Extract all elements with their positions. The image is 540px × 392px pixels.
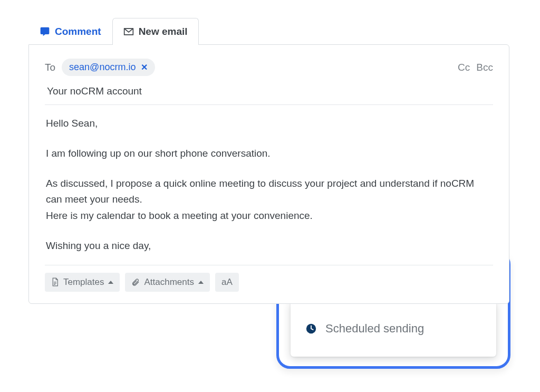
email-body[interactable]: Hello Sean, I am following up on our sho…	[45, 105, 493, 257]
caret-up-icon	[108, 281, 113, 284]
tab-comment-label: Comment	[55, 26, 101, 37]
clock-icon	[305, 323, 317, 334]
bcc-button[interactable]: Bcc	[476, 62, 493, 73]
cc-button[interactable]: Cc	[458, 62, 470, 73]
body-signoff: Wishing you a nice day,	[46, 238, 492, 254]
to-label: To	[45, 62, 55, 73]
recipient-email: sean@nocrm.io	[69, 62, 136, 73]
attachments-label: Attachments	[144, 277, 194, 288]
remove-recipient-icon[interactable]: ✕	[141, 62, 148, 72]
envelope-icon	[123, 26, 134, 37]
body-line-2: As discussed, I propose a quick online m…	[46, 176, 492, 208]
compose-panel: To sean@nocrm.io ✕ Cc Bcc Hello Sean, I …	[28, 44, 509, 304]
tab-new-email-label: New email	[139, 26, 188, 37]
email-composer: Comment New email To sean@nocrm.io ✕ Cc …	[28, 18, 509, 304]
paperclip-icon	[131, 278, 140, 286]
to-row: To sean@nocrm.io ✕ Cc Bcc	[45, 59, 493, 76]
templates-label: Templates	[63, 277, 104, 288]
document-icon	[51, 278, 59, 286]
scheduled-sending-item[interactable]: Scheduled sending	[303, 314, 484, 343]
caret-up-icon	[198, 281, 204, 284]
compose-toolbar: Templates Attachments aA	[45, 273, 493, 292]
tabs: Comment New email	[28, 18, 509, 45]
tab-new-email[interactable]: New email	[112, 18, 199, 45]
scheduled-sending-label: Scheduled sending	[325, 322, 424, 336]
body-line-3: Here is my calendar to book a meeting at…	[46, 208, 492, 224]
text-format-label: aA	[221, 277, 233, 288]
text-format-button[interactable]: aA	[215, 273, 239, 292]
body-greeting: Hello Sean,	[46, 116, 492, 132]
templates-button[interactable]: Templates	[45, 273, 120, 292]
recipient-chip[interactable]: sean@nocrm.io ✕	[62, 59, 155, 76]
send-dropdown: Scheduled sending	[291, 301, 496, 357]
toolbar-divider	[45, 265, 493, 265]
comment-icon	[40, 26, 50, 37]
subject-input[interactable]	[45, 76, 493, 105]
body-line-1: I am following up on our short phone con…	[46, 146, 492, 162]
attachments-button[interactable]: Attachments	[125, 273, 210, 292]
tab-comment[interactable]: Comment	[28, 18, 112, 45]
